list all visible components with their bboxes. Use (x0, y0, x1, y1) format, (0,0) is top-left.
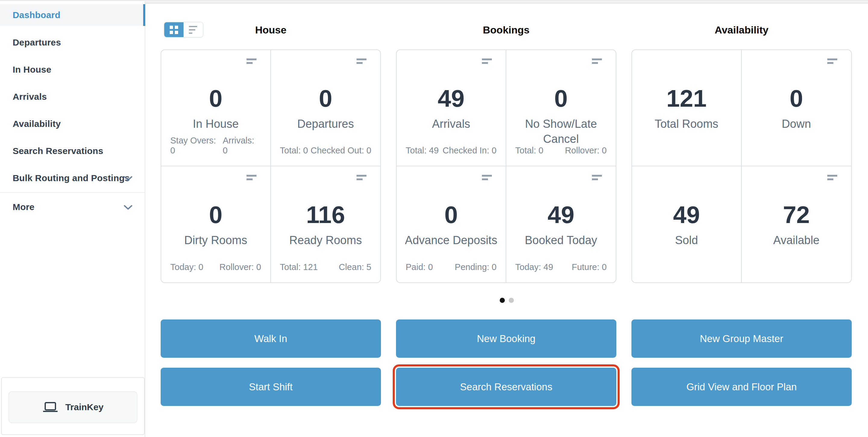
new-group-master-button[interactable]: New Group Master (631, 319, 852, 358)
new-booking-button[interactable]: New Booking (396, 319, 616, 358)
stat-label: Sold (632, 233, 741, 248)
stat-footer-right: Pending: 0 (455, 262, 497, 272)
stat-footer-right: Future: 0 (572, 262, 607, 272)
stat-label: Total Rooms (632, 116, 741, 131)
stat-cell-down[interactable]: 0 Down (742, 50, 851, 166)
stat-cell-sold[interactable]: 49 Sold (632, 166, 742, 283)
pagination-dot[interactable] (509, 298, 514, 303)
sidebar: Dashboard Departures In House Arrivals A… (0, 0, 145, 437)
stat-footer-right: Clean: 5 (339, 262, 371, 272)
stat-value: 49 (632, 202, 741, 228)
card-menu-icon[interactable] (827, 175, 837, 180)
stat-label: Advance Deposits (397, 233, 506, 248)
stat-cell-no-show-late-cancel[interactable]: 0 No Show/Late Cancel Total: 0 Rollover:… (506, 50, 616, 166)
stat-value: 0 (161, 86, 270, 112)
card-menu-icon[interactable] (247, 59, 256, 64)
stat-footer-right: Checked Out: 0 (311, 146, 372, 156)
card-menu-icon[interactable] (592, 59, 602, 64)
stat-cell-arrivals[interactable]: 49 Arrivals Total: 49 Checked In: 0 (397, 50, 506, 166)
sidebar-item-label: Availability (13, 119, 61, 129)
card-menu-icon[interactable] (356, 59, 367, 64)
list-icon (189, 26, 197, 34)
stat-footer: Stay Overs: 0 Arrivals: 0 (170, 136, 261, 156)
sidebar-item-label: Arrivals (13, 92, 47, 102)
stat-footer-left: Total: 0 (516, 146, 544, 156)
stat-value: 0 (271, 86, 381, 112)
stat-cell-available[interactable]: 72 Available (742, 166, 851, 283)
stat-footer-right: Rollover: 0 (219, 262, 261, 272)
stat-label: Departures (271, 116, 381, 131)
stat-footer: Today: 49 Future: 0 (516, 262, 607, 272)
sidebar-item-label: Search Reservations (13, 146, 103, 156)
stat-footer-left: Total: 49 (406, 146, 439, 156)
bookings-card: 49 Arrivals Total: 49 Checked In: 0 0 No… (396, 50, 616, 283)
sidebar-item-label: Dashboard (13, 10, 61, 20)
stat-cell-total-rooms[interactable]: 121 Total Rooms (632, 50, 742, 166)
sidebar-item-in-house[interactable]: In House (0, 56, 145, 83)
grid-icon (170, 26, 178, 34)
grid-view-and-floor-plan-button[interactable]: Grid View and Floor Plan (631, 368, 852, 406)
stat-footer: Total: 121 Clean: 5 (280, 262, 372, 272)
sidebar-item-bulk-routing-and-postings[interactable]: Bulk Routing and Postings (0, 164, 145, 192)
card-menu-icon[interactable] (592, 175, 602, 180)
card-menu-icon[interactable] (356, 175, 367, 180)
stat-footer: Total: 0 Rollover: 0 (516, 146, 607, 156)
sidebar-item-arrivals[interactable]: Arrivals (0, 83, 145, 110)
sidebar-item-more[interactable]: More (0, 193, 145, 221)
stat-cell-in-house[interactable]: 0 In House Stay Overs: 0 Arrivals: 0 (161, 50, 271, 166)
sidebar-item-dashboard[interactable]: Dashboard (0, 4, 145, 26)
card-menu-icon[interactable] (247, 175, 256, 180)
stat-footer-left: Total: 121 (280, 262, 318, 272)
stat-footer: Paid: 0 Pending: 0 (406, 262, 497, 272)
stat-label: Down (742, 116, 851, 131)
stat-label: Booked Today (506, 233, 616, 248)
house-card: 0 In House Stay Overs: 0 Arrivals: 0 0 D… (161, 50, 381, 283)
stat-value: 0 (506, 86, 616, 112)
stat-value: 72 (742, 202, 851, 228)
stat-label: Ready Rooms (271, 233, 381, 248)
stat-cell-booked-today[interactable]: 49 Booked Today Today: 49 Future: 0 (506, 166, 616, 283)
sidebar-item-label: Bulk Routing and Postings (13, 173, 130, 183)
stat-value: 0 (397, 202, 506, 228)
top-strip (145, 0, 868, 4)
card-menu-icon[interactable] (827, 59, 837, 64)
stat-value: 0 (742, 86, 851, 112)
stat-footer-left: Paid: 0 (406, 262, 433, 272)
sidebar-item-departures[interactable]: Departures (0, 29, 145, 56)
trainkey-button[interactable]: TrainKey (8, 391, 137, 423)
walk-in-button[interactable]: Walk In (161, 319, 381, 358)
pagination-dot-active[interactable] (500, 298, 505, 303)
chevron-down-icon (124, 205, 133, 210)
search-reservations-button[interactable]: Search Reservations (396, 368, 616, 406)
stat-label: Arrivals (397, 116, 506, 131)
stat-footer-left: Total: 0 (280, 146, 308, 156)
list-view-toggle[interactable] (184, 22, 203, 37)
card-menu-icon[interactable] (482, 175, 492, 180)
sidebar-item-label: Departures (13, 37, 61, 48)
stat-value: 121 (632, 86, 741, 112)
stat-value: 116 (271, 202, 381, 228)
sidebar-item-label: In House (13, 64, 51, 75)
stat-footer-left: Stay Overs: 0 (170, 136, 223, 156)
card-menu-icon[interactable] (482, 59, 492, 64)
stat-label: No Show/Late Cancel (506, 116, 616, 147)
trainkey-panel: TrainKey (1, 377, 145, 435)
column-title-availability: Availability (631, 22, 852, 38)
chevron-down-icon (124, 176, 133, 181)
grid-view-toggle[interactable] (164, 22, 184, 37)
sidebar-item-availability[interactable]: Availability (0, 110, 145, 137)
stat-value: 49 (397, 86, 506, 112)
stat-value: 49 (506, 202, 616, 228)
stat-cell-advance-deposits[interactable]: 0 Advance Deposits Paid: 0 Pending: 0 (397, 166, 506, 283)
stat-cell-dirty-rooms[interactable]: 0 Dirty Rooms Today: 0 Rollover: 0 (161, 166, 271, 283)
laptop-icon (42, 402, 58, 412)
sidebar-item-search-reservations[interactable]: Search Reservations (0, 137, 145, 164)
stat-cell-ready-rooms[interactable]: 116 Ready Rooms Total: 121 Clean: 5 (271, 166, 381, 283)
action-buttons-row-1: Walk In New Booking New Group Master (161, 319, 868, 358)
stat-footer: Total: 0 Checked Out: 0 (280, 146, 372, 156)
pagination-dots (145, 298, 868, 303)
main-content: House Bookings Availability 0 In House S… (145, 0, 868, 437)
stat-cell-departures[interactable]: 0 Departures Total: 0 Checked Out: 0 (271, 50, 381, 166)
start-shift-button[interactable]: Start Shift (161, 368, 381, 406)
stat-footer-right: Rollover: 0 (565, 146, 607, 156)
